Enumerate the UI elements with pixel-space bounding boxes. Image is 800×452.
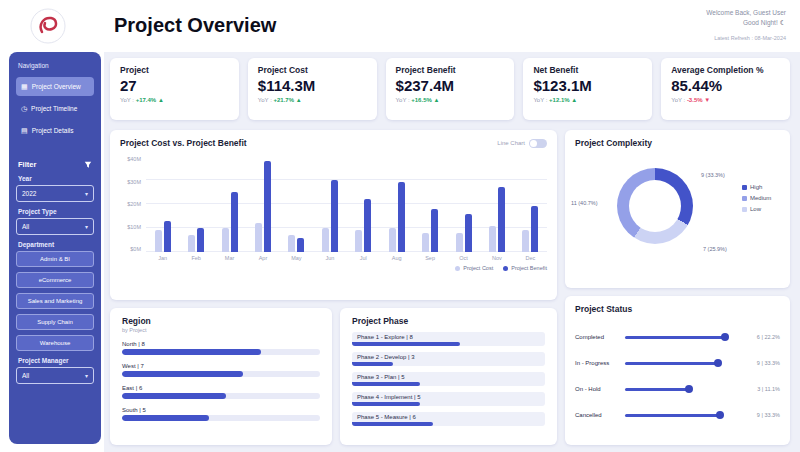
phase-row[interactable]: Phase 2 - Develop | 3 xyxy=(352,352,545,366)
legend-item-medium[interactable]: Medium xyxy=(742,195,771,201)
bar-project-benefit[interactable] xyxy=(364,199,371,252)
cost-benefit-legend: Project Cost Project Benefit xyxy=(120,265,547,271)
year-select[interactable]: 2022 ▾ xyxy=(16,185,94,202)
bar-project-benefit[interactable] xyxy=(531,206,538,252)
bar-project-cost[interactable] xyxy=(255,223,262,252)
project-manager-select[interactable]: All ▾ xyxy=(16,367,94,384)
bar-project-benefit[interactable] xyxy=(231,192,238,252)
bar-group[interactable] xyxy=(146,156,179,252)
sidebar-item-project-overview[interactable]: ▦ Project Overview xyxy=(16,77,94,96)
bar-group[interactable] xyxy=(313,156,346,252)
region-bar-track xyxy=(122,415,320,421)
region-bar-label: West | 7 xyxy=(122,363,320,369)
year-select-value: 2022 xyxy=(22,190,36,197)
legend-item-high[interactable]: High xyxy=(742,184,771,190)
sidebar-item-label: Project Overview xyxy=(32,83,81,90)
department-supply-chain-button[interactable]: Supply Chain xyxy=(16,314,94,330)
phase-row[interactable]: Phase 4 - Implement | 5 xyxy=(352,392,545,406)
bar-project-benefit[interactable] xyxy=(431,209,438,252)
phase-rows: Phase 1 - Explore | 8Phase 2 - Develop |… xyxy=(352,332,545,426)
dashboard: Navigation ▦ Project Overview ◷ Project … xyxy=(0,0,800,452)
kpi-card-project-benefit[interactable]: Project Benefit $237.4M YoY : +16.5% ▲ xyxy=(386,58,515,120)
bar-project-benefit[interactable] xyxy=(498,187,505,252)
month-label: Mar xyxy=(213,255,246,261)
bar-project-benefit[interactable] xyxy=(264,161,271,252)
status-row[interactable]: Completed6 | 22.2% xyxy=(575,334,780,340)
month-label: Oct xyxy=(447,255,480,261)
kpi-yoy: YoY : +16.5% ▲ xyxy=(396,97,505,103)
chevron-down-icon: ▾ xyxy=(85,372,88,379)
legend-item-low[interactable]: Low xyxy=(742,206,771,212)
kpi-card-net-benefit[interactable]: Net Benefit $123.1M YoY : +12.1% ▲ xyxy=(523,58,652,120)
bar-project-benefit[interactable] xyxy=(465,214,472,252)
greeting-text: Good Night!☾ xyxy=(706,18,786,29)
bar-group[interactable] xyxy=(213,156,246,252)
bar-project-cost[interactable] xyxy=(389,228,396,252)
complexity-donut[interactable] xyxy=(617,168,693,244)
status-label: Completed xyxy=(575,334,625,340)
bar-project-cost[interactable] xyxy=(155,230,162,252)
phase-row[interactable]: Phase 1 - Explore | 8 xyxy=(352,332,545,346)
phase-bar-label: Phase 1 - Explore | 8 xyxy=(352,332,545,342)
donut-callout-high: 9 (33.3%) xyxy=(701,172,725,178)
status-line-track xyxy=(625,388,736,391)
bar-project-cost[interactable] xyxy=(422,233,429,252)
bar-project-cost[interactable] xyxy=(522,230,529,252)
sidebar-item-project-details[interactable]: ▤ Project Details xyxy=(16,121,94,140)
year-label: Year xyxy=(18,175,92,182)
cost-benefit-card: Project Cost vs. Project Benefit Line Ch… xyxy=(110,130,557,300)
region-row[interactable]: West | 7 xyxy=(122,363,320,377)
bar-group[interactable] xyxy=(413,156,446,252)
region-bar-label: South | 5 xyxy=(122,407,320,413)
region-bar-label: North | 8 xyxy=(122,341,320,347)
kpi-card-project-cost[interactable]: Project Cost $114.3M YoY : +21.7% ▲ xyxy=(248,58,377,120)
sidebar-item-project-timeline[interactable]: ◷ Project Timeline xyxy=(16,99,94,118)
department-ecommerce-button[interactable]: eCommerce xyxy=(16,272,94,288)
department-warehouse-button[interactable]: Warehouse xyxy=(16,335,94,351)
bar-group[interactable] xyxy=(246,156,279,252)
refresh-timestamp: Latest Refresh : 08-Mar-2024 xyxy=(706,34,786,43)
region-row[interactable]: East | 6 xyxy=(122,385,320,399)
bar-project-cost[interactable] xyxy=(288,235,295,252)
bar-project-cost[interactable] xyxy=(456,233,463,252)
bar-group[interactable] xyxy=(347,156,380,252)
bar-project-cost[interactable] xyxy=(355,230,362,252)
line-chart-toggle[interactable] xyxy=(529,139,547,148)
phase-bar-fill xyxy=(352,402,420,406)
bar-project-benefit[interactable] xyxy=(297,238,304,252)
filter-section-header: Filter xyxy=(18,160,92,169)
card-title: Project Status xyxy=(575,304,780,314)
bar-group[interactable] xyxy=(380,156,413,252)
bar-project-cost[interactable] xyxy=(188,235,195,252)
bar-project-benefit[interactable] xyxy=(331,180,338,252)
legend-project-cost[interactable]: Project Cost xyxy=(455,265,493,271)
project-type-select[interactable]: All ▾ xyxy=(16,218,94,235)
navigation-label: Navigation xyxy=(18,62,92,69)
bar-group[interactable] xyxy=(514,156,547,252)
phase-row[interactable]: Phase 5 - Measure | 6 xyxy=(352,412,545,426)
moon-icon: ☾ xyxy=(780,19,786,26)
phase-row[interactable]: Phase 3 - Plan | 5 xyxy=(352,372,545,386)
bar-group[interactable] xyxy=(447,156,480,252)
status-row[interactable]: Cancelled9 | 33.3% xyxy=(575,412,780,418)
bar-project-cost[interactable] xyxy=(222,228,229,252)
bar-project-benefit[interactable] xyxy=(398,182,405,252)
bar-project-benefit[interactable] xyxy=(164,221,171,252)
bar-group[interactable] xyxy=(179,156,212,252)
department-admin-bi-button[interactable]: Admin & BI xyxy=(16,251,94,267)
status-row[interactable]: In - Progress9 | 33.3% xyxy=(575,360,780,366)
bar-project-cost[interactable] xyxy=(489,226,496,252)
department-sales-marketing-button[interactable]: Sales and Marketing xyxy=(16,293,94,309)
region-bar-fill xyxy=(122,349,261,355)
kpi-card-project[interactable]: Project 27 YoY : +17.4% ▲ xyxy=(110,58,239,120)
kpi-card-average-completion[interactable]: Average Completion % 85.44% YoY : -3.5% … xyxy=(661,58,790,120)
region-row[interactable]: North | 8 xyxy=(122,341,320,355)
bar-project-cost[interactable] xyxy=(322,228,329,252)
legend-project-benefit[interactable]: Project Benefit xyxy=(503,265,547,271)
status-row[interactable]: On - Hold3 | 11.1% xyxy=(575,386,780,392)
bar-group[interactable] xyxy=(480,156,513,252)
bar-group[interactable] xyxy=(280,156,313,252)
department-label: Department xyxy=(18,241,92,248)
bar-project-benefit[interactable] xyxy=(197,228,204,252)
region-row[interactable]: South | 5 xyxy=(122,407,320,421)
